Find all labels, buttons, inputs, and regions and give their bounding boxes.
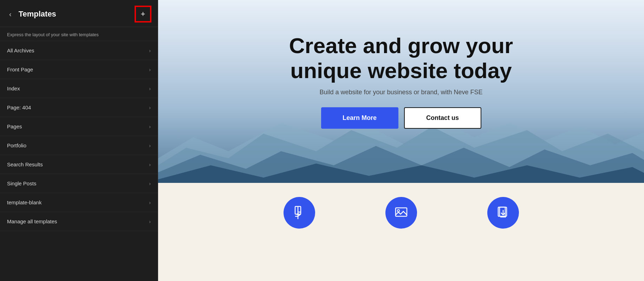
bottom-section [158,183,644,281]
sidebar-item-index[interactable]: Index› [0,79,158,98]
chevron-icon: › [149,219,151,224]
svg-rect-7 [396,208,407,216]
sidebar-item-page-404[interactable]: Page: 404› [0,98,158,117]
download-icon [495,205,511,221]
sidebar-item-portfolio[interactable]: Portfolio› [0,136,158,155]
svg-point-8 [397,210,399,212]
hero-section: Create and grow your unique website toda… [158,0,644,183]
nav-item-label: template-blank [7,199,41,205]
sidebar-item-manage-all-templates[interactable]: Manage all templates› [0,212,158,231]
sidebar-item-template-blank[interactable]: template-blank› [0,193,158,212]
nav-item-label: Front Page [7,66,33,72]
sidebar-item-front-page[interactable]: Front Page› [0,60,158,79]
hero-title: Create and grow your unique website toda… [261,33,542,83]
chevron-icon: › [149,67,151,72]
nav-item-label: Manage all templates [7,218,57,224]
chevron-icon: › [149,105,151,110]
icon-circle-3 [487,197,519,229]
sidebar-title: Templates [19,9,56,19]
chevron-icon: › [149,200,151,205]
nav-item-label: Page: 404 [7,104,31,110]
hero-buttons: Learn More Contact us [321,107,481,129]
add-template-button[interactable]: + [135,6,151,22]
nav-item-label: Search Results [7,161,43,167]
nav-item-label: Pages [7,123,22,129]
flash-icon [292,205,307,221]
sidebar-header-left: ‹ Templates [7,9,56,19]
sidebar-item-pages[interactable]: Pages› [0,117,158,136]
sidebar-description: Express the layout of your site with tem… [0,27,158,41]
chevron-icon: › [149,48,151,53]
nav-item-label: Portfolio [7,142,26,148]
chevron-icon: › [149,181,151,186]
chevron-icon: › [149,86,151,91]
learn-more-button[interactable]: Learn More [321,107,398,129]
sidebar-nav: All Archives›Front Page›Index›Page: 404›… [0,41,158,281]
sidebar-header: ‹ Templates + [0,0,158,27]
chevron-icon: › [149,124,151,129]
main-content: Create and grow your unique website toda… [158,0,644,281]
chevron-icon: › [149,162,151,167]
hero-subtitle: Build a website for your business or bra… [319,89,482,96]
nav-item-label: All Archives [7,47,34,53]
icon-circle-1 [284,197,315,229]
back-button[interactable]: ‹ [7,9,14,19]
hero-text-container: Create and grow your unique website toda… [261,33,542,129]
nav-item-label: Index [7,85,20,91]
sidebar-item-all-archives[interactable]: All Archives› [0,41,158,60]
chevron-icon: › [149,143,151,148]
image-icon [393,205,409,221]
contact-us-button[interactable]: Contact us [404,107,481,129]
nav-item-label: Single Posts [7,180,36,186]
sidebar-item-search-results[interactable]: Search Results› [0,155,158,174]
sidebar-item-single-posts[interactable]: Single Posts› [0,174,158,193]
sidebar: ‹ Templates + Express the layout of your… [0,0,158,281]
icon-circle-2 [385,197,417,229]
